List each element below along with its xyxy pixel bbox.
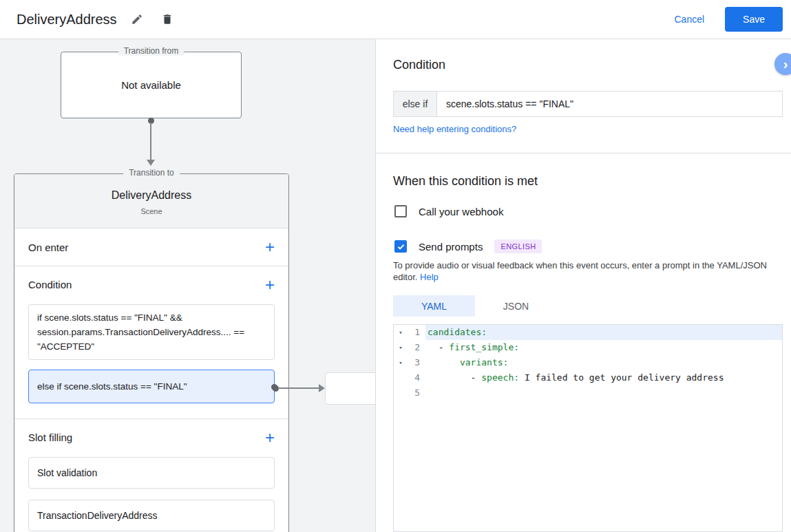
help-link[interactable]: Help (420, 272, 439, 282)
condition-item[interactable]: if scene.slots.status == "FINAL" && sess… (28, 304, 275, 360)
fold-spacer (394, 370, 408, 385)
line-number: 3 (408, 355, 425, 370)
code-content: candidates: (425, 325, 782, 340)
condition-help-link[interactable]: Need help entering conditions? (393, 124, 516, 134)
condition-section-label: Condition (28, 279, 72, 290)
language-badge: ENGLISH (494, 240, 542, 253)
arrow-line-vertical (150, 123, 151, 160)
fold-arrow-icon[interactable]: ▾ (394, 325, 408, 340)
scene-card: Transition to DeliveryAddress Scene On e… (14, 173, 289, 532)
scene-canvas: Transition from Not available Transition… (0, 39, 376, 532)
transition-from-legend: Transition from (118, 46, 184, 56)
condition-detail-panel: Condition › else if Need help entering c… (376, 39, 791, 532)
fold-arrow-icon[interactable]: ▾ (394, 355, 408, 370)
slot-item[interactable]: Slot validation (28, 457, 275, 489)
code-content (425, 385, 782, 401)
send-prompts-row: Send prompts ENGLISH (394, 240, 542, 253)
webhook-label: Call your webhook (419, 206, 503, 217)
transition-target-box[interactable] (325, 372, 376, 405)
condition-expression-row: else if (393, 91, 783, 117)
arrow-head-down-icon (147, 160, 155, 166)
chevron-right-icon: › (783, 57, 788, 71)
delete-scene-button[interactable] (157, 9, 178, 30)
code-content: variants: (425, 355, 782, 370)
code-line[interactable]: ▾2 - first_simple: (394, 340, 782, 355)
add-on-enter-button[interactable]: + (260, 239, 280, 255)
code-content: - first_simple: (425, 340, 782, 355)
condition-expression-input[interactable] (437, 92, 782, 116)
prompts-description: To provide audio or visual feedback when… (393, 259, 780, 283)
condition-section: Condition + if scene.slots.status == "FI… (14, 266, 288, 419)
editor-tabs: YAMLJSON (393, 295, 557, 317)
code-line[interactable]: 5 (394, 385, 782, 401)
line-number: 4 (408, 370, 425, 385)
pencil-icon (131, 13, 143, 25)
scene-card-header[interactable]: DeliveryAddress Scene (14, 174, 288, 228)
transition-to-legend: Transition to (123, 168, 180, 178)
line-number: 5 (408, 385, 425, 401)
condition-panel-title: Condition (393, 58, 445, 72)
webhook-checkbox[interactable] (394, 205, 407, 217)
tab-json[interactable]: JSON (475, 295, 557, 317)
send-prompts-label: Send prompts (419, 241, 483, 253)
top-bar: DeliveryAddress Cancel Save (0, 0, 791, 39)
when-met-title: When this condition is met (393, 174, 538, 189)
add-condition-button[interactable]: + (260, 277, 280, 293)
trash-icon (161, 13, 173, 25)
on-enter-label: On enter (28, 242, 68, 253)
send-prompts-checkbox[interactable] (394, 240, 407, 253)
edit-title-button[interactable] (127, 9, 147, 30)
fold-arrow-icon[interactable]: ▾ (394, 340, 408, 355)
checkmark-icon (397, 242, 405, 251)
slot-item[interactable]: TransactionDeliveryAddress (28, 500, 275, 531)
condition-list: if scene.slots.status == "FINAL" && sess… (14, 304, 288, 403)
condition-type-chip: else if (394, 92, 437, 116)
condition-item-selected[interactable]: else if scene.slots.status == "FINAL" (28, 370, 275, 403)
page-title: DeliveryAddress (17, 12, 117, 28)
line-number: 2 (408, 340, 425, 355)
prompts-description-text: To provide audio or visual feedback when… (393, 260, 767, 282)
code-content: - speech: I failed to get your delivery … (425, 370, 782, 385)
code-lines: ▾1candidates:▾2 - first_simple:▾3 varian… (394, 325, 782, 401)
topbar-actions: Cancel Save (674, 7, 791, 32)
cancel-button[interactable]: Cancel (674, 14, 704, 25)
code-line[interactable]: ▾3 variants: (394, 355, 782, 370)
scene-subtitle: Scene (14, 207, 288, 215)
collapse-panel-button[interactable]: › (774, 53, 791, 75)
on-enter-section: On enter + (14, 228, 288, 266)
slot-list: Slot validationTransactionDeliveryAddres… (14, 457, 288, 531)
slot-filling-label: Slot filling (28, 432, 72, 443)
arrow-line-horizontal (278, 387, 320, 389)
tab-yaml[interactable]: YAML (393, 295, 475, 317)
transition-from-value: Not available (61, 52, 241, 118)
code-line[interactable]: 4 - speech: I failed to get your deliver… (394, 370, 782, 385)
webhook-row: Call your webhook (394, 205, 503, 217)
slot-filling-section: Slot filling + Slot validationTransactio… (14, 419, 288, 531)
yaml-code-editor[interactable]: ▾1candidates:▾2 - first_simple:▾3 varian… (393, 324, 783, 532)
scene-title: DeliveryAddress (14, 189, 288, 202)
section-divider (376, 153, 791, 153)
code-line[interactable]: ▾1candidates: (394, 325, 782, 340)
add-slot-button[interactable]: + (260, 429, 280, 446)
save-button[interactable]: Save (725, 7, 783, 32)
line-number: 1 (408, 325, 425, 340)
transition-from-box: Transition from Not available (61, 52, 242, 118)
fold-spacer (394, 385, 408, 401)
arrow-head-right-icon (319, 384, 325, 392)
